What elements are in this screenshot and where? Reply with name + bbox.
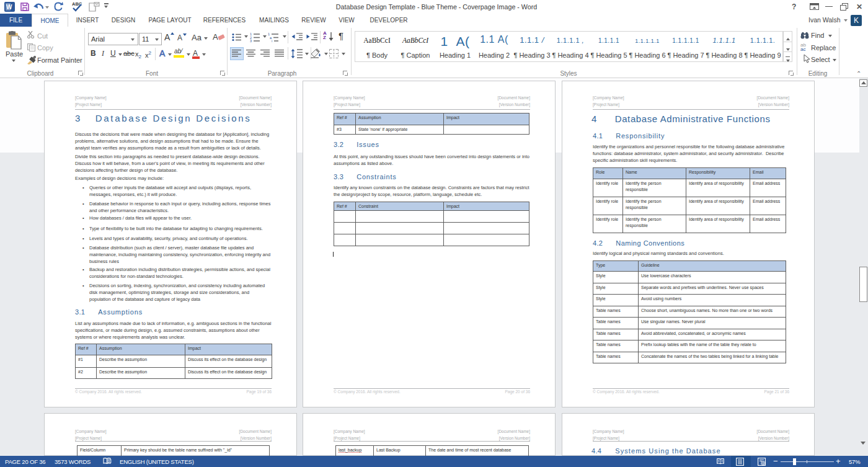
svg-text:i: i — [272, 39, 272, 42]
svg-text:3: 3 — [250, 39, 252, 42]
